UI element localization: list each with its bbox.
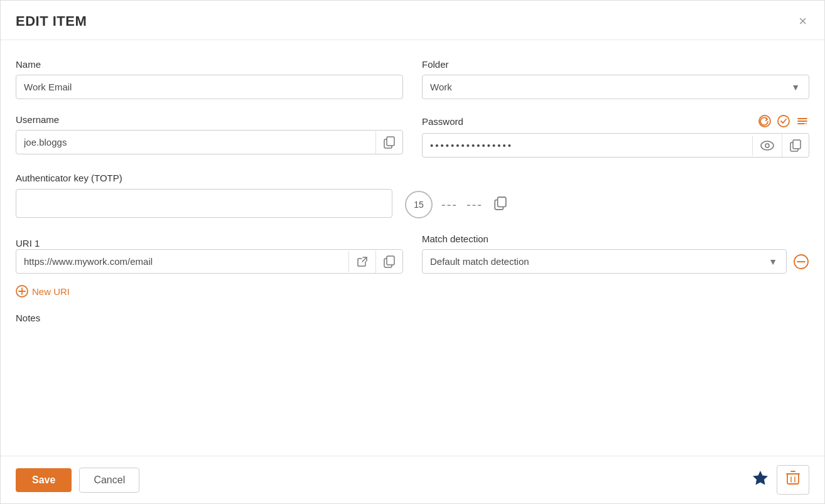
totp-row-section: Authenticator key (TOTP) 15 --- ---	[16, 173, 809, 218]
copy-icon	[384, 136, 395, 149]
password-options-button[interactable]	[795, 114, 809, 128]
username-group: Username	[16, 114, 403, 158]
uri-label: URI 1	[16, 238, 40, 249]
svg-point-8	[761, 141, 774, 150]
password-refresh-button[interactable]	[758, 114, 772, 128]
folder-group: Folder Work Personal Finance Other ▼	[422, 59, 809, 99]
password-input[interactable]	[423, 134, 752, 157]
close-button[interactable]: ×	[796, 12, 809, 31]
list-icon	[795, 114, 809, 128]
match-select-wrapper: Default match detection Base domain Host…	[422, 249, 787, 274]
minus-circle-icon	[793, 254, 809, 270]
username-label: Username	[16, 114, 403, 125]
password-header: Password	[422, 114, 809, 128]
match-label: Match detection	[422, 233, 809, 244]
new-uri-button[interactable]: New URI	[16, 282, 70, 300]
password-copy-button[interactable]	[782, 134, 809, 157]
totp-timer-row: 15 --- ---	[405, 191, 509, 218]
svg-marker-21	[753, 471, 768, 485]
totp-code-part1: ---	[441, 198, 458, 212]
password-group: Password	[422, 114, 809, 158]
notes-label: Notes	[16, 313, 40, 323]
copy-icon	[384, 255, 395, 268]
uri-open-button[interactable]	[348, 251, 375, 272]
match-chevron-icon: ▼	[760, 250, 786, 273]
delete-button[interactable]	[777, 465, 809, 495]
username-input-wrapper	[16, 130, 403, 154]
totp-copy-button[interactable]	[492, 194, 509, 216]
refresh-icon	[758, 114, 772, 128]
totp-section: 15 --- ---	[16, 188, 809, 218]
totp-input[interactable]	[16, 190, 392, 217]
folder-chevron-icon: ▼	[782, 76, 809, 99]
svg-rect-13	[498, 197, 506, 206]
folder-label: Folder	[422, 59, 809, 70]
name-input[interactable]	[16, 75, 402, 99]
folder-select[interactable]: Work Personal Finance Other	[423, 75, 782, 99]
remove-uri-button[interactable]	[793, 254, 809, 270]
svg-point-7	[806, 123, 807, 124]
trash-icon	[786, 471, 800, 486]
modal-header: EDIT ITEM ×	[1, 1, 824, 40]
notes-section: Notes	[16, 313, 809, 324]
save-button[interactable]: Save	[16, 468, 72, 492]
copy-icon	[494, 196, 507, 210]
svg-rect-22	[787, 474, 799, 484]
totp-input-wrapper	[16, 189, 392, 218]
footer-right	[752, 465, 809, 495]
password-visibility-button[interactable]	[752, 136, 782, 156]
match-detection-row: Default match detection Base domain Host…	[422, 249, 809, 274]
name-group: Name	[16, 59, 403, 99]
uri-copy-button[interactable]	[375, 250, 402, 273]
folder-select-wrapper: Work Personal Finance Other ▼	[422, 75, 809, 99]
check-circle-icon	[777, 114, 790, 128]
password-icons-group	[758, 114, 809, 128]
svg-rect-11	[793, 140, 801, 149]
svg-point-3	[778, 115, 789, 127]
username-input[interactable]	[16, 131, 375, 154]
match-select[interactable]: Default match detection Base domain Host…	[423, 250, 760, 273]
modal-body: Name Folder Work Personal Finance Other …	[1, 40, 824, 456]
new-uri-label: New URI	[32, 286, 70, 297]
plus-circle-icon	[16, 285, 28, 298]
new-uri-section: New URI	[16, 282, 809, 300]
external-link-icon	[357, 256, 368, 267]
totp-timer-display: 15	[405, 191, 433, 218]
uri-input[interactable]	[16, 250, 348, 273]
name-input-wrapper	[16, 75, 403, 99]
password-input-wrapper	[422, 133, 809, 158]
uri-input-wrapper	[16, 249, 403, 274]
username-password-row: Username Password	[16, 114, 809, 158]
cancel-button[interactable]: Cancel	[79, 468, 139, 493]
match-group: Match detection Default match detection …	[422, 233, 809, 274]
eye-icon	[760, 141, 774, 151]
modal-footer: Save Cancel	[1, 456, 824, 503]
favorite-button[interactable]	[752, 469, 769, 491]
name-folder-row: Name Folder Work Personal Finance Other …	[16, 59, 809, 99]
star-icon	[752, 469, 769, 486]
svg-rect-15	[387, 256, 394, 265]
name-label: Name	[16, 59, 403, 70]
footer-left: Save Cancel	[16, 468, 139, 493]
password-check-button[interactable]	[777, 114, 790, 128]
svg-rect-1	[387, 137, 394, 146]
uri-match-row: URI 1	[16, 233, 809, 274]
totp-code-part2: ---	[466, 198, 483, 212]
svg-point-9	[765, 144, 769, 147]
totp-label: Authenticator key (TOTP)	[16, 173, 809, 183]
copy-icon	[790, 139, 801, 152]
username-copy-button[interactable]	[375, 131, 402, 154]
edit-item-modal: EDIT ITEM × Name Folder Work Personal Fi…	[0, 0, 825, 504]
uri-group: URI 1	[16, 238, 403, 274]
password-label: Password	[422, 116, 463, 127]
modal-title: EDIT ITEM	[16, 13, 87, 29]
